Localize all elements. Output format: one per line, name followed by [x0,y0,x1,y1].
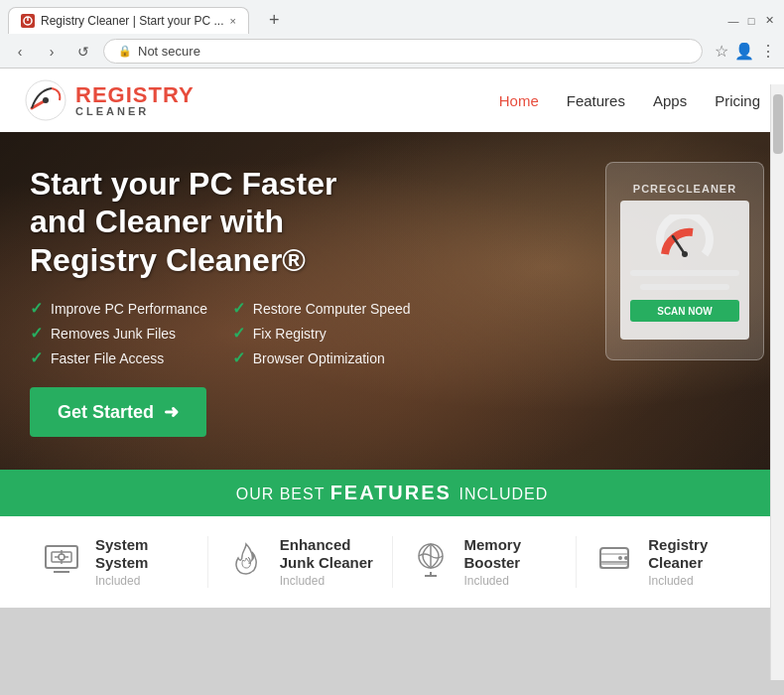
address-input[interactable]: 🔒 Not secure [103,39,703,64]
logo-registry: REGISTRY [75,84,195,106]
signal-icon [409,536,453,580]
active-tab[interactable]: Registry Cleaner | Start your PC ... × [8,7,249,34]
feature-card-system: SystemSystem Included [24,536,208,588]
gauge-chart [655,214,715,264]
svg-point-5 [682,251,688,257]
features-bar-highlight: FEATURES [330,482,459,503]
hero-features-list: ✓ Improve PC Performance ✓ Restore Compu… [30,299,411,367]
feature-label-6: Browser Optimization [253,350,385,366]
screenshot-title: PCREGCLEANER [633,183,736,195]
flame-icon [224,536,268,580]
check-icon-6: ✓ [232,348,245,367]
new-tab-button[interactable]: + [261,6,288,35]
minimize-button[interactable]: — [726,14,740,28]
system-info: SystemSystem Included [95,536,148,588]
hero-title: Start your PC Fasterand Cleaner withRegi… [30,165,411,279]
enhanced-name: EnhancedJunk Cleaner [280,536,373,572]
not-secure-label: Not secure [138,44,688,59]
system-icon [40,536,83,580]
nav-pricing[interactable]: Pricing [715,92,760,109]
feature-card-memory: MemoryBooster Included [393,536,578,588]
nav-apps[interactable]: Apps [653,92,687,109]
svg-point-22 [618,556,622,560]
hero-feature-1: ✓ Improve PC Performance [30,299,208,318]
screenshot-bar-1 [630,270,739,276]
arrow-icon: ➜ [164,401,179,423]
nav-links: Home Features Apps Pricing [499,92,760,109]
maximize-button[interactable]: □ [744,14,758,28]
screenshot-inner: SCAN NOW [620,201,749,340]
account-icon[interactable]: 👤 [734,42,754,61]
registry-name: RegistryCleaner [648,536,708,572]
svg-rect-19 [600,548,628,568]
hero-feature-2: ✓ Restore Computer Speed [232,299,411,318]
feature-label-5: Faster File Access [51,350,164,366]
hero-feature-5: ✓ Faster File Access [30,348,208,367]
browser-chrome: Registry Cleaner | Start your PC ... × +… [0,0,784,69]
logo-cleaner: CLEANER [75,106,195,117]
close-button[interactable]: ✕ [762,14,776,28]
logo-text: REGISTRY CLEANER [75,84,195,117]
screenshot-bar-2 [640,284,729,290]
screenshot-cta: SCAN NOW [630,300,739,322]
features-bar: OUR BEST FEATURES INCLUDED [0,470,784,516]
check-icon-5: ✓ [30,348,43,367]
svg-point-21 [624,556,628,560]
forward-button[interactable]: › [40,40,64,64]
feature-label-4: Fix Registry [253,326,327,342]
check-icon-2: ✓ [232,299,245,318]
memory-status: Included [464,574,522,588]
logo[interactable]: REGISTRY CLEANER [24,78,195,122]
app-screenshot: PCREGCLEANER SCAN NOW [605,162,764,360]
refresh-button[interactable]: ↺ [71,40,95,64]
back-button[interactable]: ‹ [8,40,32,64]
registry-status: Included [648,574,708,588]
hero-section: PCREGCLEANER SCAN NOW Start your PC Fast… [0,132,784,470]
check-icon-1: ✓ [30,299,43,318]
check-icon-3: ✓ [30,324,43,343]
enhanced-info: EnhancedJunk Cleaner Included [280,536,373,588]
lock-icon: 🔒 [118,45,132,58]
menu-icon[interactable]: ⋮ [760,42,776,61]
feature-card-enhanced: EnhancedJunk Cleaner Included [208,536,393,588]
feature-label-3: Removes Junk Files [51,326,176,342]
scrollbar[interactable] [770,84,784,680]
address-actions: ☆ 👤 ⋮ [715,42,776,61]
feature-label-2: Restore Computer Speed [253,301,411,317]
svg-rect-6 [46,546,77,568]
scrollbar-thumb[interactable] [773,94,783,154]
nav-features[interactable]: Features [567,92,625,109]
system-status: Included [95,574,148,588]
check-icon-4: ✓ [232,324,245,343]
screenshot-cta-text: SCAN NOW [657,306,713,317]
memory-info: MemoryBooster Included [464,536,522,588]
registry-info: RegistryCleaner Included [648,536,708,588]
navbar: REGISTRY CLEANER Home Features Apps Pric… [0,69,784,132]
drive-icon [592,536,636,580]
enhanced-status: Included [280,574,373,588]
get-started-button[interactable]: Get Started ➜ [30,387,206,437]
hero-feature-4: ✓ Fix Registry [232,324,411,343]
svg-point-3 [43,97,49,103]
nav-home[interactable]: Home [499,92,539,109]
svg-rect-20 [600,554,628,562]
feature-label-1: Improve PC Performance [51,301,207,317]
memory-name: MemoryBooster [464,536,522,572]
features-bar-prefix: OUR BEST [236,486,326,502]
hero-feature-3: ✓ Removes Junk Files [30,324,208,343]
window-controls: — □ ✕ [726,14,776,28]
hero-feature-6: ✓ Browser Optimization [232,348,411,367]
system-name: SystemSystem [95,536,148,572]
tab-close-button[interactable]: × [230,15,236,27]
title-bar: Registry Cleaner | Start your PC ... × +… [0,0,784,35]
website-content: REGISTRY CLEANER Home Features Apps Pric… [0,69,784,608]
features-bar-suffix: INCLUDED [459,486,549,502]
logo-icon [24,78,67,122]
cta-label: Get Started [58,402,154,423]
feature-cards-section: SystemSystem Included EnhancedJunk Clean… [0,516,784,608]
address-bar-row: ‹ › ↺ 🔒 Not secure ☆ 👤 ⋮ [0,35,784,68]
bookmark-icon[interactable]: ☆ [715,42,728,61]
tab-title: Registry Cleaner | Start your PC ... [41,14,224,28]
hero-content: Start your PC Fasterand Cleaner withRegi… [0,135,441,467]
feature-card-registry: RegistryCleaner Included [577,536,760,588]
